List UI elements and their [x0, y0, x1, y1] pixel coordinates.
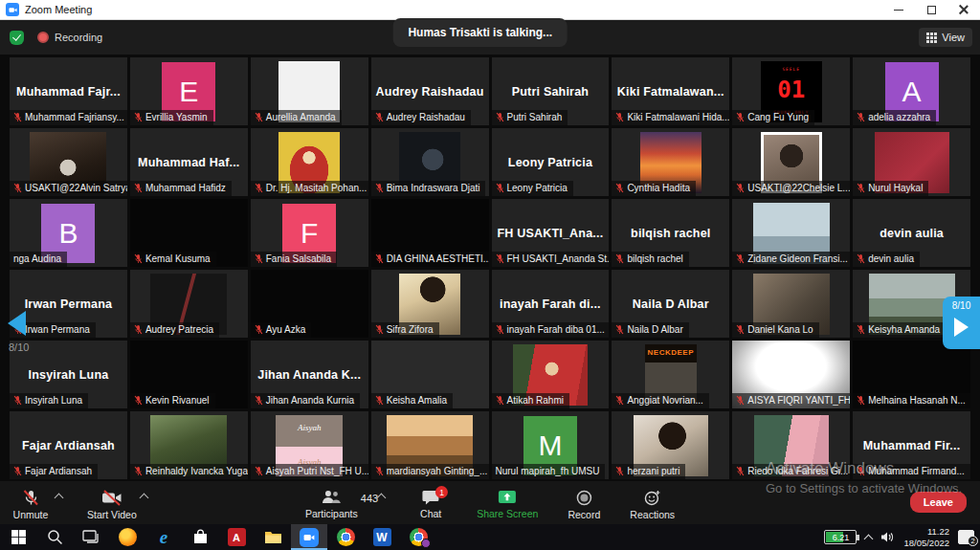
taskbar-edge-icon[interactable]: e — [145, 524, 182, 550]
participant-label-text: herzani putri — [627, 466, 679, 476]
taskbar-word-icon[interactable]: W — [364, 524, 400, 550]
participant-tile[interactable]: Atikah Rahmi — [492, 341, 610, 408]
participant-tile[interactable]: Putri SahirahPutri Sahirah — [492, 57, 610, 125]
taskbar-start-icon[interactable] — [0, 524, 36, 550]
participant-tile[interactable]: Nurul Haykal — [853, 128, 970, 196]
taskbar-clock[interactable]: 11.22 18/05/2022 — [903, 526, 949, 549]
participant-tile[interactable]: Sifra Zifora — [371, 270, 489, 338]
participant-tile[interactable]: Riedo Idka Fahresi Gi... — [732, 411, 850, 479]
reactions-button[interactable]: Reactions — [630, 485, 675, 520]
participant-tile[interactable]: Aadelia azzahra — [853, 57, 970, 125]
video-options-caret[interactable] — [139, 494, 148, 503]
participant-tile[interactable]: Bima Indraswara Djati — [371, 128, 489, 196]
taskbar-taskview-icon[interactable] — [73, 524, 109, 550]
taskbar-search-icon[interactable] — [36, 524, 73, 550]
participant-tile[interactable]: Irwan PermanaIrwan Permana — [10, 270, 127, 338]
participants-button[interactable]: Participants — [305, 485, 358, 519]
participant-grid: Muhammad Fajr...Muhammad Fajriansy...EEv… — [10, 57, 970, 479]
participant-label: Nurul Haykal — [853, 181, 928, 196]
participant-name: Muhammad Fir... — [859, 439, 965, 452]
security-shield-icon[interactable] — [10, 31, 24, 45]
participant-label: Ayu Azka — [251, 322, 312, 338]
participant-tile[interactable]: Leony PatriciaLeony Patricia — [492, 128, 610, 196]
participant-tile[interactable]: Melhaina Hasanah N... — [853, 341, 970, 408]
participant-label-text: nga Audina — [13, 253, 61, 264]
participant-name: bilqish rachel — [627, 227, 714, 240]
record-button[interactable]: Record — [563, 485, 605, 520]
participant-tile[interactable]: mardiansyah Ginting_... — [371, 411, 489, 479]
participant-tile[interactable]: Muhammad Haf...Muhammad Hafidz — [130, 128, 248, 196]
participant-tile[interactable]: Reinhaldy Ivancka Yuga — [130, 411, 248, 479]
participant-tile[interactable]: Kiki Fatmalawan...Kiki Fatmalawani Hida.… — [612, 57, 729, 125]
view-button[interactable]: View — [919, 28, 972, 47]
maximize-button[interactable] — [915, 0, 947, 19]
participant-name: Naila D Albar — [629, 297, 713, 311]
participant-tile[interactable]: Jihan Ananda K...Jihan Ananda Kurnia — [251, 341, 368, 408]
participant-tile[interactable]: Audrey RaishadauAudrey Raishadau — [371, 57, 489, 125]
participant-tile[interactable]: SEELE01SOUND ONLYCang Fu Yung — [732, 57, 850, 125]
participant-tile[interactable]: FH USAKTI_Ana...FH USAKTI_Ananda St... — [492, 199, 610, 267]
participant-tile[interactable]: Ayu Azka — [251, 270, 368, 338]
participant-tile[interactable]: devin auliadevin aulia — [853, 199, 970, 267]
participant-tile[interactable]: Dr. Hj. Masitah Pohan... — [251, 128, 368, 196]
participant-label-text: Sifra Zifora — [387, 324, 434, 335]
participant-tile[interactable]: AISYA FIQRI YANTI_FH... — [732, 341, 850, 408]
taskbar-explorer-icon[interactable] — [255, 524, 291, 550]
muted-mic-icon — [736, 112, 745, 122]
chat-button[interactable]: Chat 1 — [410, 485, 452, 519]
participant-tile[interactable]: Muhammad Fir...Muhammad Firmand... — [853, 411, 970, 479]
participant-tile[interactable]: Cynthia Hadita — [612, 128, 729, 196]
participant-tile[interactable]: Fajar ArdiansahFajar Ardiansah — [10, 411, 127, 479]
participant-tile[interactable]: Muhammad Fajr...Muhammad Fajriansy... — [10, 57, 127, 125]
taskbar-store-icon[interactable] — [182, 524, 218, 550]
participant-label: Anggiat Novrian... — [612, 393, 709, 408]
participant-tile[interactable]: DIA GHINA AESTHETI... — [371, 199, 489, 267]
participant-tile[interactable]: AisyahAisyahAisyah Putri Nst_FH U... — [251, 411, 368, 479]
participant-tile[interactable]: NECKDEEPAnggiat Novrian... — [612, 341, 729, 408]
share-screen-button[interactable]: Share Screen — [477, 485, 538, 519]
tray-expand-caret[interactable] — [864, 534, 874, 543]
participant-tile[interactable]: Bnga Audina — [10, 199, 127, 267]
participant-tile[interactable]: Keisha Amalia — [371, 341, 489, 408]
page-indicator-right: 8/10 — [952, 300, 970, 311]
participant-tile[interactable]: USAKTI@22Chelsie L... — [732, 128, 850, 196]
leave-button[interactable]: Leave — [910, 492, 967, 513]
participant-label: adelia azzahra — [853, 110, 936, 125]
start-video-button[interactable]: Start Video — [87, 485, 137, 520]
participant-label-text: Melhaina Hasanah N... — [868, 395, 966, 406]
participant-tile[interactable]: Aurellia Amanda — [251, 57, 368, 125]
participant-tile[interactable]: inayah Farah di...inayah Farah diba 01..… — [492, 270, 610, 338]
unmute-button[interactable]: Unmute — [10, 485, 52, 520]
participant-tile[interactable]: FFania Salsabila — [251, 199, 368, 267]
meeting-stage: Muhammad Fajr...Muhammad Fajriansy...EEv… — [0, 55, 980, 481]
participant-tile[interactable]: Kemal Kusuma — [130, 199, 248, 267]
volume-icon[interactable] — [880, 531, 895, 543]
close-button[interactable] — [947, 0, 980, 19]
minimize-button[interactable] — [882, 0, 915, 19]
participant-tile[interactable]: Daniel Kana Lo — [732, 270, 850, 338]
participant-tile[interactable]: Zidane Gideon Fransi... — [732, 199, 850, 267]
participants-caret[interactable] — [377, 494, 387, 503]
participant-tile[interactable]: MNurul mapirah_fh UMSU — [492, 411, 610, 479]
mic-options-caret[interactable] — [55, 494, 64, 503]
participant-tile[interactable]: herzani putri — [612, 411, 729, 479]
participant-tile[interactable]: EEvrillia Yasmin — [130, 57, 248, 125]
meeting-toolbar: Unmute Start Video — [0, 481, 980, 524]
action-center-icon[interactable]: 2 — [958, 530, 974, 544]
participant-tile[interactable]: Naila D AlbarNaila D Albar — [612, 270, 729, 338]
taskbar-chrome-profile-icon[interactable] — [400, 524, 436, 550]
previous-page-arrow[interactable] — [8, 311, 26, 336]
participant-tile[interactable]: USAKTI@22Alvin Satrya — [10, 128, 127, 196]
taskbar-chrome-icon[interactable] — [327, 524, 364, 550]
battery-indicator[interactable]: 6.21 — [824, 530, 857, 544]
taskbar-zoom-icon[interactable] — [291, 524, 327, 550]
taskbar-acrobat-icon[interactable]: A — [218, 524, 255, 550]
next-page-arrow[interactable]: 8/10 — [943, 297, 980, 349]
participant-name: Kiki Fatmalawan... — [613, 85, 728, 99]
taskbar-firefox-icon[interactable] — [109, 524, 145, 550]
participant-tile[interactable]: Kevin Rivanuel — [130, 341, 248, 408]
participant-tile[interactable]: bilqish rachelbilqish rachel — [612, 199, 729, 267]
muted-mic-icon — [857, 395, 865, 406]
participant-tile[interactable]: Audrey Patrecia — [130, 270, 248, 338]
participant-label: USAKTI@22Chelsie L... — [732, 181, 850, 196]
